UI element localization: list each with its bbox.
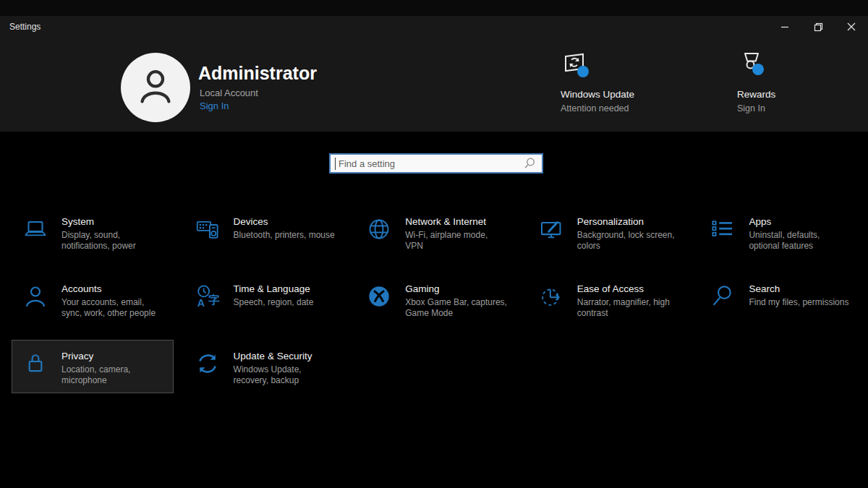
tile-subtitle: Display, sound, notifications, power [61,230,164,251]
quick-status-title: Windows Update [561,89,662,100]
tile-devices[interactable]: DevicesBluetooth, printers, mouse [184,205,346,259]
tile-subtitle: Uninstall, defaults, optional features [749,230,851,251]
xbox-icon [365,283,393,310]
window-controls [768,16,868,38]
avatar [121,53,190,122]
apps-list-icon [709,215,736,243]
settings-window: Settings Adm [0,0,868,488]
ease-of-access-icon [537,283,565,310]
tile-title: Ease of Access [577,283,680,294]
tile-subtitle: Location, camera, microphone [61,364,164,385]
tile-title: Devices [234,216,335,227]
tile-accounts[interactable]: AccountsYour accounts, email, sync, work… [12,273,174,326]
quick-status-title: Rewards [737,89,838,100]
restore-icon [814,22,823,32]
tile-title: System [61,216,164,227]
tile-title: Update & Security [234,351,336,361]
tile-personalization[interactable]: PersonalizationBackground, lock screen, … [527,205,689,259]
person-avatar-icon [133,64,178,111]
quick-status: Windows UpdateAttention neededRewardsSig… [561,49,838,114]
account-signin-link[interactable]: Sign In [200,100,229,111]
tile-system[interactable]: SystemDisplay, sound, notifications, pow… [12,205,174,259]
tile-subtitle: Speech, region, date [234,297,314,308]
tile-subtitle: Windows Update, recovery, backup [234,364,336,385]
tile-search[interactable]: SearchFind my files, permissions [699,273,861,326]
globe-icon [365,215,393,243]
close-icon [847,22,856,31]
tile-title: Network & Internet [405,216,508,227]
tile-subtitle: Your accounts, email, sync, work, other … [61,297,164,318]
search-icon [522,156,537,171]
account-name: Administrator [198,63,317,84]
devices-icon [194,215,221,243]
search-icon [709,283,736,310]
search-input[interactable] [336,155,522,172]
quick-status-rewards[interactable]: RewardsSign In [737,49,838,114]
settings-grid: SystemDisplay, sound, notifications, pow… [12,205,861,407]
svg-text:A: A [197,297,204,309]
close-button[interactable] [835,16,868,38]
tile-privacy[interactable]: PrivacyLocation, camera, microphone [12,340,174,393]
minimize-button[interactable] [768,16,801,38]
quick-status-subtitle: Sign In [737,103,838,114]
quick-status-subtitle: Attention needed [561,103,662,114]
personalization-icon [537,215,565,243]
top-strip [0,0,868,16]
quick-status-windows-update[interactable]: Windows UpdateAttention needed [561,49,662,114]
windows-update-badge-icon [561,49,592,82]
search-box [329,153,543,174]
tile-subtitle: Bluetooth, printers, mouse [234,230,335,241]
sync-icon [194,350,221,377]
tile-subtitle: Xbox Game Bar, captures, Game Mode [405,297,508,318]
tile-title: Apps [749,216,851,227]
tile-title: Accounts [61,283,164,294]
tile-title: Privacy [61,351,164,361]
tile-update-security[interactable]: Update & SecurityWindows Update, recover… [184,340,346,393]
person-icon [22,283,49,310]
time-language-icon: A字 [194,283,221,310]
tile-apps[interactable]: AppsUninstall, defaults, optional featur… [699,205,861,259]
tile-subtitle: Wi-Fi, airplane mode, VPN [405,230,508,251]
tile-time-language[interactable]: A字Time & LanguageSpeech, region, date [184,273,346,326]
rewards-badge-icon [737,49,769,82]
tile-title: Gaming [405,283,508,294]
tile-title: Search [749,283,848,294]
svg-text:字: 字 [208,294,220,307]
tile-subtitle: Background, lock screen, colors [577,230,680,251]
window-title: Settings [9,22,41,32]
tile-title: Personalization [577,216,680,227]
minimize-icon [780,22,789,31]
restore-button[interactable] [801,16,835,38]
tile-gaming[interactable]: GamingXbox Game Bar, captures, Game Mode [355,273,517,326]
tile-subtitle: Find my files, permissions [749,297,848,308]
account-type: Local Account [200,87,258,98]
lock-icon [22,350,49,377]
tile-network-internet[interactable]: Network & InternetWi-Fi, airplane mode, … [355,205,517,259]
tile-title: Time & Language [234,283,314,294]
tile-subtitle: Narrator, magnifier, high contrast [577,297,680,318]
laptop-icon [22,215,49,243]
tile-ease-of-access[interactable]: Ease of AccessNarrator, magnifier, high … [527,273,689,326]
